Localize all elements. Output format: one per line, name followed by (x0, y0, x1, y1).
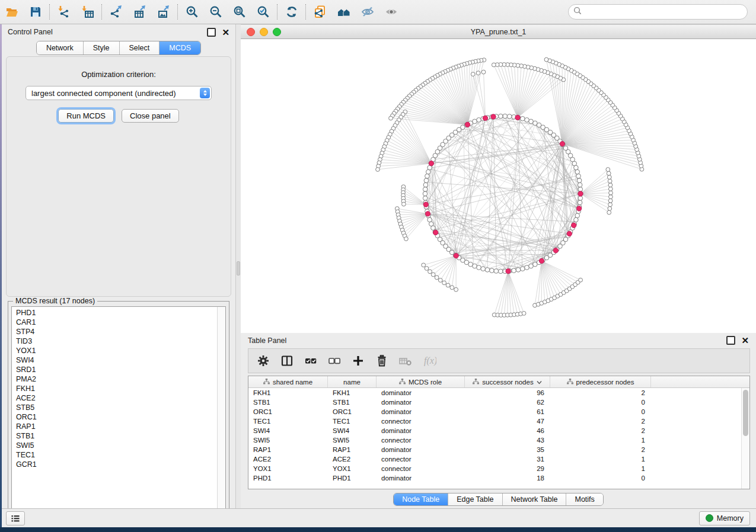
network-graph[interactable] (241, 39, 756, 334)
table-cell (651, 454, 749, 464)
table-row[interactable]: ACE2ACE2connector311 (248, 454, 749, 464)
result-node-item[interactable]: STB1 (16, 431, 217, 441)
column-header-successor-nodes[interactable]: successor nodes (465, 376, 550, 387)
close-table-panel-icon[interactable]: ✕ (741, 337, 749, 344)
result-node-item[interactable]: SWI5 (16, 441, 217, 450)
table-cell (651, 473, 749, 483)
result-node-item[interactable]: PMA2 (16, 374, 217, 384)
delete-table-disabled-icon[interactable] (398, 353, 413, 368)
zoom-in-icon[interactable] (180, 2, 204, 21)
table-cell: dominator (377, 445, 465, 454)
column-header-MCDS-role[interactable]: MCDS role (377, 376, 465, 387)
show-all-icon[interactable] (379, 2, 403, 21)
status-bar: Memory (0, 508, 756, 527)
table-cell (651, 416, 749, 426)
result-node-item[interactable]: TID3 (16, 336, 217, 346)
result-node-item[interactable]: ORC1 (16, 412, 217, 422)
save-icon[interactable] (24, 2, 47, 21)
table-cell: TEC1 (248, 416, 328, 426)
function-builder-disabled-icon[interactable]: f(x) (422, 353, 437, 368)
column-header-predecessor-nodes[interactable]: predecessor nodes (550, 376, 651, 387)
close-panel-button[interactable]: Close panel (122, 109, 179, 123)
export-network-icon[interactable] (104, 2, 128, 21)
table-cell: SWI4 (328, 426, 377, 435)
zoom-out-icon[interactable] (204, 2, 228, 21)
result-node-item[interactable]: PHD1 (16, 308, 217, 318)
first-neighbors-icon[interactable] (332, 2, 356, 21)
table-row[interactable]: RAP1RAP1dominator352 (248, 445, 749, 454)
search-input[interactable] (585, 7, 742, 17)
table-scrollbar[interactable] (741, 388, 749, 489)
tab-mcds[interactable]: MCDS (160, 41, 200, 55)
float-table-panel-icon[interactable] (726, 336, 735, 345)
table-cell (651, 398, 749, 407)
table-row[interactable]: TEC1TEC1connector472 (248, 416, 749, 426)
gear-icon[interactable] (256, 353, 271, 368)
run-mcds-button[interactable]: Run MCDS (58, 109, 114, 123)
tab-select[interactable]: Select (120, 41, 160, 55)
result-node-item[interactable]: SWI4 (16, 355, 217, 365)
result-node-item[interactable]: RAP1 (16, 422, 217, 431)
import-table-icon[interactable] (76, 2, 100, 21)
zoom-selected-icon[interactable] (251, 2, 275, 21)
result-node-item[interactable]: FKH1 (16, 384, 217, 393)
tab-node-table[interactable]: Node Table (394, 493, 448, 505)
result-node-item[interactable]: STB5 (16, 403, 217, 412)
table-cell: 0 (550, 398, 651, 407)
table-row[interactable]: PHD1PHD1dominator180 (248, 473, 749, 483)
open-file-icon[interactable] (0, 2, 24, 21)
sort-chevron-icon[interactable] (537, 379, 542, 386)
result-node-item[interactable]: SRD1 (16, 365, 217, 374)
table-row[interactable]: FKH1FKH1dominator962 (248, 388, 749, 398)
table-row[interactable]: YOX1YOX1connector291 (248, 464, 749, 473)
search-box[interactable] (568, 4, 748, 20)
export-image-icon[interactable] (152, 2, 176, 21)
deselect-all-icon[interactable] (327, 353, 342, 368)
table-toolbar: f(x) (248, 348, 750, 373)
clone-network-icon[interactable] (308, 2, 332, 21)
column-view-icon[interactable] (279, 353, 295, 368)
tab-network[interactable]: Network (37, 41, 84, 55)
tab-network-table[interactable]: Network Table (503, 493, 567, 505)
export-table-icon[interactable] (128, 2, 152, 21)
tab-style[interactable]: Style (84, 41, 120, 55)
import-network-icon[interactable] (52, 2, 76, 21)
table-cell: 2 (550, 416, 651, 426)
result-node-item[interactable]: CAR1 (16, 318, 217, 327)
result-node-item[interactable]: STP4 (16, 327, 217, 336)
select-all-icon[interactable] (303, 353, 318, 368)
result-list-scrollbar[interactable] (217, 307, 225, 516)
splitter-grip[interactable] (237, 261, 240, 275)
tab-edge-table[interactable]: Edge Table (448, 493, 502, 505)
show-panels-button[interactable] (6, 511, 25, 525)
result-node-item[interactable]: YOX1 (16, 346, 217, 355)
delete-column-icon[interactable] (374, 353, 390, 368)
network-view-titlebar[interactable]: YPA_prune.txt_1 (241, 24, 756, 39)
close-panel-icon[interactable]: ✕ (222, 29, 229, 36)
table-row[interactable]: STB1STB1dominator620 (248, 398, 749, 407)
hide-selected-icon[interactable] (356, 2, 379, 21)
table-row[interactable]: SWI5SWI5connector431 (248, 435, 749, 445)
table-row[interactable]: SWI4SWI4dominator462 (248, 426, 749, 435)
refresh-icon[interactable] (280, 2, 304, 21)
zoom-fit-icon[interactable] (228, 2, 251, 21)
mcds-result-title: MCDS result (17 nodes) (13, 297, 97, 305)
float-panel-icon[interactable] (207, 28, 216, 37)
column-header-name[interactable]: name (328, 376, 377, 387)
mcds-result-list[interactable]: PHD1CAR1STP4TID3YOX1SWI4SRD1PMA2FKH1ACE2… (11, 306, 226, 517)
table-scrollbar-thumb[interactable] (743, 390, 748, 436)
table-cell: 29 (465, 464, 550, 473)
result-node-item[interactable]: ACE2 (16, 393, 217, 403)
table-cell: TEC1 (328, 416, 377, 426)
tab-motifs[interactable]: Motifs (566, 493, 602, 505)
table-row[interactable]: ORC1ORC1dominator610 (248, 407, 749, 416)
result-node-item[interactable]: GCR1 (16, 460, 217, 469)
add-column-icon[interactable] (350, 353, 366, 368)
result-node-item[interactable]: TEC1 (16, 450, 217, 460)
table-panel-title: Table Panel (248, 336, 286, 345)
column-header-shared-name[interactable]: shared name (248, 376, 328, 387)
memory-button[interactable]: Memory (699, 511, 750, 525)
optimization-criterion-select[interactable]: largest connected component (undirected) (25, 86, 212, 100)
toolbar-separator (101, 4, 103, 20)
application-window: Control Panel ✕ NetworkStyleSelectMCDS O… (0, 0, 756, 527)
